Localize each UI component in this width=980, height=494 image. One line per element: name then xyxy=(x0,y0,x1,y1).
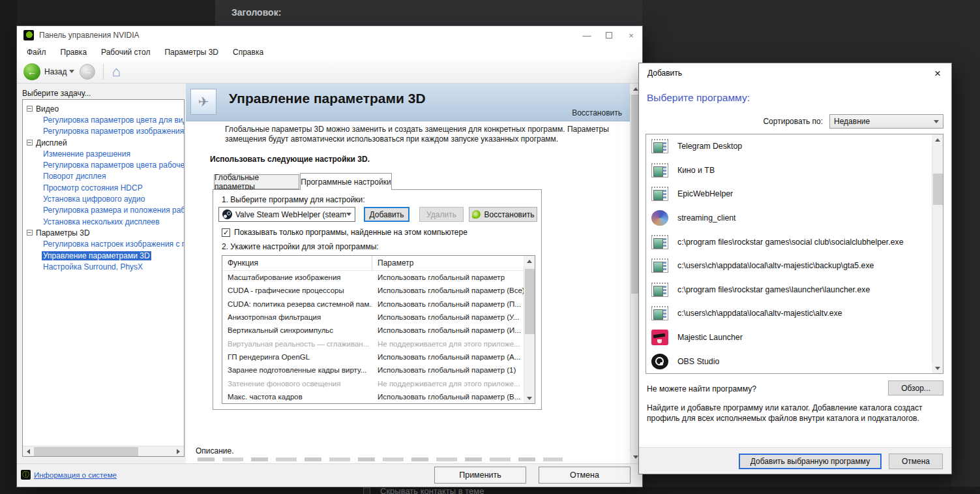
table-row[interactable]: Макс. частота кадровИспользовать глобаль… xyxy=(222,390,524,403)
scroll-left-icon[interactable] xyxy=(23,446,34,457)
tree-group-video[interactable]: − Видео xyxy=(27,103,184,114)
dialog-cancel-button[interactable]: Отмена xyxy=(889,454,943,469)
table-scrollbar[interactable] xyxy=(524,256,535,403)
table-row[interactable]: Анизотропная фильтрацияИспользовать глоб… xyxy=(222,311,524,324)
menu-help[interactable]: Справка xyxy=(226,48,271,57)
scroll-thumb[interactable] xyxy=(34,447,138,456)
forward-button[interactable]: → xyxy=(80,64,95,80)
add-program-button[interactable]: Добавить xyxy=(364,207,409,222)
program-select[interactable]: Valve Steam WebHelper (steam... xyxy=(218,207,355,222)
tree-item-change-resolution[interactable]: Изменение разрешения xyxy=(43,149,130,159)
menu-edit[interactable]: Правка xyxy=(53,48,95,57)
list-item[interactable]: c:\users\ch\appdata\local\altv-majestic\… xyxy=(646,254,932,278)
program-select-value: Valve Steam WebHelper (steam... xyxy=(235,210,346,219)
browse-button[interactable]: Обзор... xyxy=(888,380,943,395)
cancel-button[interactable]: Отмена xyxy=(539,467,631,484)
table-row[interactable]: Вертикальный синхроимпульсИспользовать г… xyxy=(222,324,524,337)
list-item[interactable]: c:\program files\rockstar games\launcher… xyxy=(646,278,932,302)
collapse-icon[interactable]: − xyxy=(27,106,33,112)
list-item[interactable]: streaming_client xyxy=(646,206,932,230)
menu-desktop[interactable]: Рабочий стол xyxy=(94,48,157,57)
tree-group-3d-settings[interactable]: − Параметры 3D xyxy=(27,227,184,238)
add-selected-program-button[interactable]: Добавить выбранную программу xyxy=(739,454,882,469)
column-value[interactable]: Параметр xyxy=(372,258,524,268)
background-right-column xyxy=(951,63,980,494)
scroll-up-icon[interactable] xyxy=(932,134,943,145)
table-row[interactable]: Заранее подготовленные кадры вирту...Исп… xyxy=(222,363,524,377)
collapse-icon[interactable]: − xyxy=(27,140,33,146)
add-program-dialog: Добавить × Выберите программу: Сортирова… xyxy=(639,63,951,474)
nvidia-control-panel-window: Панель управления NVIDIA — × Файл Правка… xyxy=(17,26,642,487)
restore-defaults-link[interactable]: Восстановить xyxy=(572,108,622,117)
tree-item-surround-physx[interactable]: Настройка Surround, PhysX xyxy=(43,262,143,271)
list-item[interactable]: OBS Studio xyxy=(646,349,932,373)
add-folder-hint: Найдите и добавьте программу или каталог… xyxy=(647,403,931,424)
scroll-down-icon[interactable] xyxy=(524,393,535,403)
page-header-band: ✈ Управление параметрами 3D Восстановить xyxy=(186,84,630,121)
table-row[interactable]: CUDA - графические процессорыИспользоват… xyxy=(222,284,524,297)
list-item[interactable]: c:\program files\rockstar games\social c… xyxy=(646,230,932,254)
table-row[interactable]: ГП рендеринга OpenGLИспользовать глобаль… xyxy=(222,350,524,363)
menu-file[interactable]: Файл xyxy=(20,48,53,57)
table-row[interactable]: Виртуальная реальность — сглаживан...Не … xyxy=(222,337,524,350)
tree-horizontal-scrollbar[interactable] xyxy=(23,446,184,456)
list-item[interactable]: Кино и ТВ xyxy=(646,159,932,183)
remove-program-button[interactable]: Удалить xyxy=(419,207,464,222)
menu-3d-settings[interactable]: Параметры 3D xyxy=(157,48,226,57)
list-item[interactable]: Majestic Launcher xyxy=(646,326,932,350)
tree-item-multiple-displays[interactable]: Установка нескольких дисплеев xyxy=(43,217,160,226)
app-window-icon xyxy=(651,283,668,297)
app-window-icon xyxy=(651,306,668,320)
scroll-right-icon[interactable] xyxy=(173,446,184,457)
table-row[interactable]: CUDA: политика резерва системной пам...И… xyxy=(222,298,524,311)
scroll-thumb[interactable] xyxy=(525,269,535,334)
maximize-button[interactable] xyxy=(598,26,620,44)
show-only-found-checkbox[interactable]: ✓ Показывать только программы, найденные… xyxy=(222,228,468,237)
app-window-icon xyxy=(651,163,668,178)
section-title: Использовать следующие настройки 3D. xyxy=(210,155,370,164)
back-label[interactable]: Назад xyxy=(44,67,67,76)
description-label: Описание. xyxy=(196,446,234,455)
column-feature[interactable]: Функция xyxy=(222,256,372,270)
program-list-scrollbar[interactable] xyxy=(932,134,943,373)
collapse-icon[interactable]: − xyxy=(27,230,33,236)
scroll-thumb[interactable] xyxy=(933,174,943,205)
dialog-close-icon[interactable]: × xyxy=(930,67,945,81)
restore-program-button[interactable]: Восстановить xyxy=(469,207,537,222)
scroll-down-icon[interactable] xyxy=(932,363,943,373)
tree-item-adjust-image-preview[interactable]: Регулировка настроек изображения с пр xyxy=(43,239,185,249)
list-item[interactable]: c:\users\ch\appdata\local\altv-majestic\… xyxy=(646,301,932,326)
tab-global-settings[interactable]: Глобальные параметры xyxy=(214,174,299,189)
close-button[interactable]: × xyxy=(620,26,642,44)
apply-button[interactable]: Применить xyxy=(434,467,526,484)
step2-label: 2. Укажите настройки для этой программы: xyxy=(222,242,379,251)
majestic-launcher-icon xyxy=(651,330,668,345)
nvidia-app-icon xyxy=(23,30,34,40)
list-item[interactable]: EpicWebHelper xyxy=(646,182,932,206)
tree-item-size-position[interactable]: Регулировка размера и положения рабо xyxy=(43,206,185,215)
tree-item-hdcp-status[interactable]: Просмотр состояния HDCP xyxy=(43,183,143,193)
table-row[interactable]: Затенение фонового освещенияНе поддержив… xyxy=(222,377,524,390)
tree-item-digital-audio[interactable]: Установка цифрового аудио xyxy=(43,194,145,204)
system-info-link[interactable]: ⓘ Информация о системе xyxy=(21,470,117,480)
tree-item-rotate-display[interactable]: Поворот дисплея xyxy=(43,172,106,181)
tree-item-manage-3d-settings[interactable]: Управление параметрами 3D xyxy=(42,251,151,260)
minimize-button[interactable]: — xyxy=(576,26,598,44)
clipped-description-text xyxy=(198,457,563,461)
tree-item-color-settings-video[interactable]: Регулировка параметров цвета для вид xyxy=(43,116,185,125)
tree-item-image-settings-video[interactable]: Регулировка параметров изображения д xyxy=(43,127,185,136)
back-dropdown-icon[interactable] xyxy=(69,70,74,73)
dialog-title: Добавить xyxy=(647,69,682,78)
sort-by-select[interactable]: Недавние xyxy=(829,114,943,129)
list-item[interactable]: Telegram Desktop xyxy=(646,134,932,159)
tab-program-settings[interactable]: Программные настройки xyxy=(300,173,392,190)
tree-item-desktop-color[interactable]: Регулировка параметров цвета рабочег xyxy=(43,161,185,170)
menu-bar: Файл Правка Рабочий стол Параметры 3D Сп… xyxy=(17,44,642,60)
tree-group-display[interactable]: − Дисплей xyxy=(27,137,184,148)
table-row[interactable]: Масштабирование изображенияИспользовать … xyxy=(222,271,524,284)
checkbox-checked-icon[interactable]: ✓ xyxy=(222,228,230,237)
scroll-up-icon[interactable] xyxy=(524,256,535,266)
steam-icon xyxy=(222,209,232,219)
back-button[interactable]: ← xyxy=(23,63,40,80)
home-icon[interactable]: ⌂ xyxy=(111,65,120,78)
